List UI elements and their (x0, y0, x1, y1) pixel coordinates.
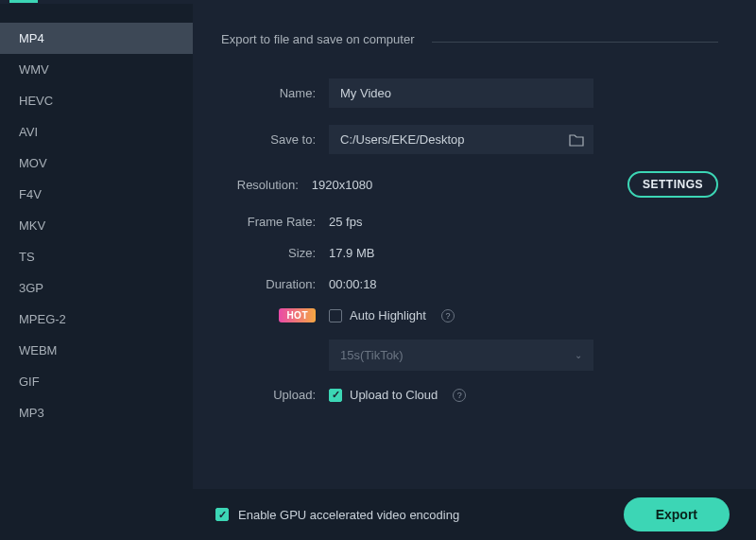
export-settings-panel: Export to file and save on computer Name… (193, 4, 756, 489)
sidebar-item-3gp[interactable]: 3GP (0, 272, 193, 304)
duration-value: 00:00:18 (329, 277, 377, 291)
duration-label: Duration: (221, 277, 316, 291)
help-icon[interactable]: ? (453, 389, 466, 402)
folder-icon[interactable] (569, 133, 584, 147)
auto-highlight-select[interactable]: 15s(TikTok) ⌄ (329, 340, 593, 371)
gpu-label: Enable GPU accelerated video encoding (238, 508, 459, 522)
upload-label: Upload: (221, 388, 316, 402)
upload-cloud-checkbox[interactable] (329, 389, 342, 402)
gpu-checkbox[interactable] (215, 508, 229, 521)
section-title: Export to file and save on computer (221, 32, 415, 46)
size-value: 17.9 MB (329, 246, 374, 260)
sidebar-item-gif[interactable]: GIF (0, 366, 193, 397)
upload-cloud-label: Upload to Cloud (350, 388, 438, 402)
select-value: 15s(TikTok) (340, 348, 404, 362)
name-input[interactable] (329, 78, 593, 108)
auto-highlight-label: Auto Highlight (350, 308, 426, 322)
framerate-value: 25 fps (329, 215, 362, 229)
resolution-label: Resolution: (221, 178, 299, 192)
resolution-value: 1920x1080 (312, 178, 372, 192)
sidebar-item-mp3[interactable]: MP3 (0, 397, 193, 428)
footer-bar: Enable GPU accelerated video encoding Ex… (0, 489, 756, 540)
sidebar-item-ts[interactable]: TS (0, 241, 193, 272)
sidebar-item-mov[interactable]: MOV (0, 148, 193, 179)
format-sidebar: MP4 WMV HEVC AVI MOV F4V MKV TS 3GP MPEG… (0, 4, 193, 489)
name-label: Name: (221, 86, 316, 100)
save-to-label: Save to: (221, 132, 316, 147)
sidebar-item-webm[interactable]: WEBM (0, 335, 193, 366)
help-icon[interactable]: ? (441, 309, 455, 322)
hot-badge: HOT (279, 308, 316, 322)
sidebar-item-wmv[interactable]: WMV (0, 54, 193, 85)
settings-button[interactable]: SETTINGS (627, 171, 718, 198)
size-label: Size: (221, 246, 316, 260)
sidebar-item-mpeg2[interactable]: MPEG-2 (0, 304, 193, 335)
sidebar-item-f4v[interactable]: F4V (0, 179, 193, 210)
sidebar-item-mp4[interactable]: MP4 (0, 23, 193, 54)
chevron-down-icon: ⌄ (575, 350, 582, 360)
auto-highlight-checkbox[interactable] (329, 309, 342, 322)
export-button[interactable]: Export (624, 497, 730, 531)
framerate-label: Frame Rate: (221, 215, 316, 229)
sidebar-item-hevc[interactable]: HEVC (0, 85, 193, 116)
divider (432, 42, 718, 43)
sidebar-item-mkv[interactable]: MKV (0, 210, 193, 241)
sidebar-item-avi[interactable]: AVI (0, 116, 193, 148)
save-path-input[interactable] (329, 125, 569, 154)
